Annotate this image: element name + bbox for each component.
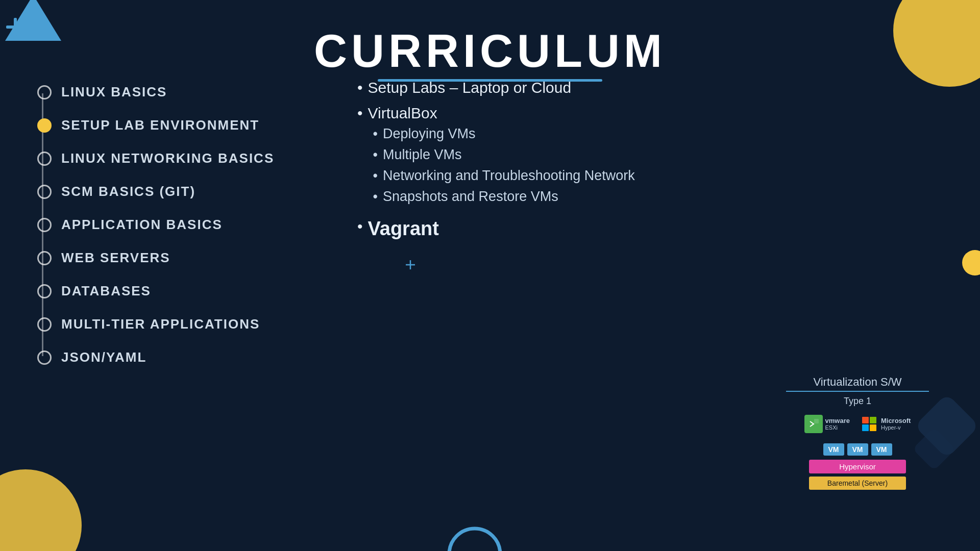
timeline-dot-multi-tier [37, 317, 52, 332]
hypervisor-box: Hypervisor [809, 460, 906, 473]
timeline-dot-json-yaml [37, 350, 52, 365]
timeline-item-databases: DATABASES [61, 283, 316, 299]
timeline-label-linux-networking: LINUX NETWORKING BASICS [61, 151, 274, 166]
windows-squares [862, 417, 876, 431]
details-panel: Setup Labs – Laptop or Cloud VirtualBox … [316, 74, 960, 551]
bullet-setup-labs: Setup Labs – Laptop or Cloud [357, 79, 960, 96]
vm-box: VM [871, 443, 892, 456]
timeline-label-scm-git: SCM BASICS (GIT) [61, 184, 195, 199]
timeline-dot-app-basics [37, 218, 52, 232]
hyperv-text: Microsoft Hyper-v [881, 417, 911, 432]
timeline-dot-web-servers [37, 251, 52, 265]
bullet-virtualbox-text: VirtualBox Deploying VMsMultiple VMsNetw… [368, 105, 635, 210]
timeline-item-multi-tier: MULTI-TIER APPLICATIONS [61, 316, 316, 332]
bullet-virtualbox: VirtualBox Deploying VMsMultiple VMsNetw… [357, 105, 960, 210]
timeline-label-databases: DATABASES [61, 283, 151, 299]
timeline-dot-linux-basics [37, 85, 52, 99]
vm-boxes: VMVMVM [786, 443, 929, 456]
timeline-dot-linux-networking [37, 152, 52, 166]
curriculum-list: LINUX BASICSSETUP LAB ENVIRONMENTLINUX N… [31, 74, 316, 551]
page-title: CURRICULUM [0, 28, 980, 74]
timeline-label-multi-tier: MULTI-TIER APPLICATIONS [61, 316, 260, 332]
virtualbox-label: VirtualBox [368, 105, 437, 121]
sub-bullet-item: Snapshots and Restore VMs [373, 189, 635, 205]
deco-small-cross [406, 260, 415, 271]
timeline-item-app-basics: APPLICATION BASICS [61, 217, 316, 233]
timeline-item-web-servers: WEB SERVERS [61, 250, 316, 266]
timeline-item-scm-git: SCM BASICS (GIT) [61, 184, 316, 199]
timeline-label-linux-basics: LINUX BASICS [61, 84, 167, 100]
vm-box: VM [847, 443, 868, 456]
deco-arc-bottom [444, 523, 505, 551]
timeline-item-setup-lab: SETUP LAB ENVIRONMENT [61, 117, 316, 133]
header-underline [378, 79, 602, 82]
timeline-item-linux-basics: LINUX BASICS [61, 84, 316, 100]
timeline-dot-databases [37, 284, 52, 298]
svg-rect-3 [814, 419, 819, 423]
virt-logos: vmware ESXi Micros [786, 415, 929, 433]
deco-yellow-right-mid [962, 250, 980, 276]
timeline-item-json-yaml: JSON/YAML [61, 349, 316, 365]
vmware-text: vmware ESXi [825, 417, 850, 432]
vagrant-label: Vagrant [368, 218, 439, 240]
timeline-item-linux-networking: LINUX NETWORKING BASICS [61, 151, 316, 166]
sub-bullet-item: Multiple VMs [373, 147, 635, 163]
timeline-dot-setup-lab [37, 118, 52, 133]
sub-bullet-item: Networking and Troubleshooting Network [373, 168, 635, 184]
virt-underline [786, 391, 929, 392]
header: CURRICULUM [0, 0, 980, 82]
virt-diagram: Virtualization S/W Type 1 vmware [786, 375, 929, 490]
baremetal-box: Baremetal (Server) [809, 477, 906, 490]
timeline-label-setup-lab: SETUP LAB ENVIRONMENT [61, 117, 259, 133]
main-content: LINUX BASICSSETUP LAB ENVIRONMENTLINUX N… [31, 74, 960, 551]
virt-type-label: Type 1 [786, 396, 929, 407]
hyperv-logo: Microsoft Hyper-v [860, 415, 911, 433]
virtualbox-sub-list: Deploying VMsMultiple VMsNetworking and … [368, 126, 635, 205]
bullet-setup-labs-text: Setup Labs – Laptop or Cloud [368, 79, 572, 96]
bullet-vagrant: Vagrant [357, 218, 960, 240]
vm-box: VM [823, 443, 844, 456]
hyperv-icon [860, 415, 878, 433]
vmware-logo: vmware ESXi [804, 415, 850, 433]
main-bullet-list: Setup Labs – Laptop or Cloud VirtualBox … [357, 79, 960, 240]
timeline-label-json-yaml: JSON/YAML [61, 349, 146, 365]
vmware-icon [804, 415, 823, 433]
virt-title: Virtualization S/W [786, 375, 929, 389]
timeline-label-web-servers: WEB SERVERS [61, 250, 170, 266]
timeline-dot-scm-git [37, 185, 52, 199]
timeline: LINUX BASICSSETUP LAB ENVIRONMENTLINUX N… [31, 84, 316, 365]
timeline-label-app-basics: APPLICATION BASICS [61, 217, 223, 233]
sub-bullet-item: Deploying VMs [373, 126, 635, 142]
